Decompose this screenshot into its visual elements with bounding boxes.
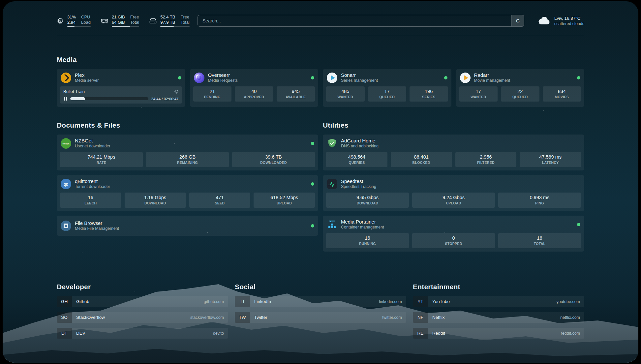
- section-title-documents: Documents & Files: [57, 121, 318, 129]
- bookmark-domain: youtube.com: [556, 299, 580, 304]
- bookmark-stackoverflow[interactable]: SO StackOverflow stackoverflow.com: [57, 312, 228, 323]
- memory-free-label: Free: [130, 15, 139, 20]
- stat-rate: 744.21 MbpsRATE: [60, 152, 143, 167]
- bookmark-domain: linkedin.com: [379, 299, 402, 304]
- section-title-social: Social: [235, 283, 406, 291]
- filebrowser-link[interactable]: File Browser Media File Management: [57, 216, 318, 236]
- portainer-link[interactable]: Media Portainer Container management: [323, 216, 584, 233]
- service-description: Media File Management: [75, 226, 119, 231]
- snow-specks: [3, 1, 3, 2]
- dashboard-frame: 31% CPU 2.94 Load 21 GiB: [3, 1, 638, 363]
- service-description: Speedtest Tracking: [341, 184, 376, 189]
- bookmark-abbr: NF: [413, 312, 428, 323]
- service-card-plex: Plex Media server Bullet Train: [57, 69, 185, 107]
- bookmark-twitter[interactable]: TW Twitter twitter.com: [235, 312, 406, 323]
- qbittorrent-icon: qb: [61, 179, 71, 189]
- settings-gear-icon[interactable]: [174, 89, 179, 94]
- playback-time: 24:44 / 02:06:47: [151, 97, 178, 101]
- stat-remaining: 266 GBREMAINING: [146, 152, 229, 167]
- playback-progress-bar: [70, 97, 149, 100]
- stat-approved: 40APPROVED: [235, 86, 273, 102]
- cpu-usage-label: CPU: [81, 15, 91, 20]
- cloud-icon: [538, 16, 551, 26]
- service-name: Overseerr: [208, 72, 238, 78]
- service-name: File Browser: [75, 220, 119, 226]
- sonarr-link[interactable]: Sonarr Series management: [323, 69, 451, 86]
- bookmark-github[interactable]: GH Github github.com: [57, 296, 228, 307]
- stat-seed: 471SEED: [189, 193, 251, 208]
- header-divider: [57, 35, 584, 35]
- bookmark-dev[interactable]: DT DEV dev.to: [57, 328, 228, 339]
- service-card-adguard: AdGuard Home DNS and adblocking 498,564Q…: [323, 135, 584, 170]
- top-bar: 31% CPU 2.94 Load 21 GiB: [57, 1, 584, 27]
- radarr-icon: [460, 73, 471, 83]
- bookmark-domain: dev.to: [213, 331, 224, 336]
- status-dot: [577, 223, 580, 226]
- svg-text:nzbget: nzbget: [62, 142, 69, 145]
- cpu-usage-bar: [67, 26, 91, 27]
- bookmark-abbr: DT: [57, 328, 72, 339]
- status-dot: [311, 76, 314, 79]
- stat-wanted: 17WANTED: [459, 86, 498, 102]
- disk-free-value: 52.4 TB: [160, 15, 175, 20]
- status-dot: [311, 224, 314, 228]
- bookmark-abbr: RE: [413, 328, 428, 339]
- bookmarks-developer: Developer GH Github github.com SO StackO…: [57, 283, 228, 344]
- bookmark-name: Reddit: [432, 331, 445, 336]
- search-input[interactable]: [198, 15, 511, 26]
- service-description: Series management: [341, 78, 378, 83]
- qbittorrent-link[interactable]: qb qBittorrent Torrent downloader: [57, 175, 318, 193]
- service-name: NZBGet: [75, 138, 110, 144]
- bookmark-linkedin[interactable]: LI LinkedIn linkedin.com: [235, 296, 406, 307]
- memory-free-value: 21 GiB: [112, 15, 125, 20]
- stat-queries: 498,564QUERIES: [326, 152, 387, 167]
- service-card-nzbget: nzbget NZBGet Usenet downloader 744.21 M…: [57, 135, 318, 170]
- bookmark-netflix[interactable]: NF Netflix netflix.com: [413, 312, 584, 323]
- service-card-filebrowser: File Browser Media File Management: [57, 216, 318, 236]
- stat-leech: 16LEECH: [60, 193, 121, 208]
- bookmark-name: Github: [76, 299, 89, 304]
- service-description: Media Requests: [208, 78, 238, 83]
- bookmark-name: YouTube: [432, 299, 450, 304]
- bookmark-reddit[interactable]: RE Reddit reddit.com: [413, 328, 584, 339]
- utilities-column: Utilities AdGuard Home DNS: [323, 121, 584, 252]
- cpu-load-value: 2.94: [67, 20, 76, 25]
- bookmark-name: Twitter: [254, 315, 267, 320]
- search-bar[interactable]: G: [198, 15, 524, 27]
- bookmark-name: LinkedIn: [254, 299, 271, 304]
- service-name: Sonarr: [341, 72, 378, 78]
- adguard-link[interactable]: AdGuard Home DNS and adblocking: [323, 135, 584, 152]
- svg-text:qb: qb: [64, 182, 68, 186]
- nzbget-link[interactable]: nzbget NZBGet Usenet downloader: [57, 135, 318, 152]
- memory-total-label: Total: [130, 20, 139, 25]
- bookmark-domain: reddit.com: [561, 331, 580, 336]
- stat-filtered: 2,956FILTERED: [455, 152, 517, 167]
- status-dot: [178, 76, 181, 79]
- stat-downloaded: 39.6 TBDOWNLOADED: [232, 152, 315, 167]
- portainer-icon: [327, 219, 337, 230]
- stat-download: 9.65 GbpsDOWNLOAD: [326, 193, 409, 208]
- memory-total-value: 64 GiB: [112, 20, 125, 25]
- service-name: Plex: [75, 72, 99, 78]
- disk-total-value: 97.9 TB: [160, 20, 175, 25]
- stat-running: 16RUNNING: [326, 233, 409, 248]
- adguard-icon: [327, 138, 337, 149]
- search-provider-button[interactable]: G: [511, 15, 524, 26]
- now-playing-title: Bullet Train: [63, 89, 85, 94]
- bookmark-youtube[interactable]: YT YouTube youtube.com: [413, 296, 584, 307]
- radarr-link[interactable]: Radarr Movie management: [456, 69, 585, 86]
- nzbget-icon: nzbget: [61, 138, 71, 149]
- memory-icon: [101, 17, 108, 25]
- memory-widget: 21 GiB Free 64 GiB Total: [101, 15, 139, 27]
- speedtest-link[interactable]: Speedtest Speedtest Tracking: [323, 175, 584, 193]
- pause-button[interactable]: [63, 97, 68, 101]
- service-description: Movie management: [474, 78, 510, 83]
- overseerr-link[interactable]: Overseerr Media Requests: [190, 69, 319, 86]
- stat-series: 196SERIES: [410, 86, 448, 102]
- disk-total-label: Total: [180, 20, 189, 25]
- speedtest-icon: [327, 179, 337, 189]
- bookmark-name: DEV: [76, 331, 85, 336]
- stat-blocked: 86,401BLOCKED: [391, 152, 452, 167]
- plex-link[interactable]: Plex Media server: [57, 69, 185, 86]
- stat-upload: 9.24 GbpsUPLOAD: [412, 193, 495, 208]
